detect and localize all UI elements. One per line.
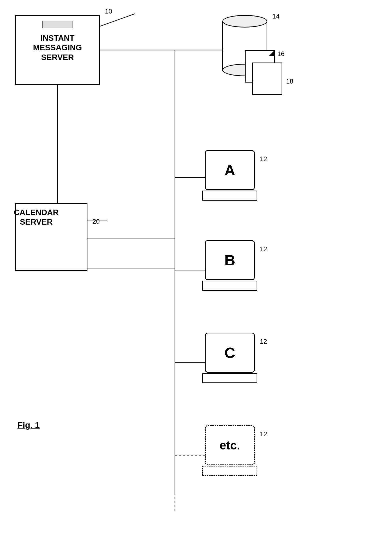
ref-b: 12 bbox=[260, 245, 267, 253]
computer-c: C bbox=[205, 333, 257, 383]
cal-label-line1: CALENDAR bbox=[14, 208, 59, 217]
ref-20: 20 bbox=[92, 218, 100, 225]
fig-label: Fig. 1 bbox=[17, 420, 40, 430]
monitor-a: A bbox=[205, 150, 255, 190]
diagram: INSTANT MESSAGING SERVER 10 bbox=[0, 0, 392, 539]
doc-16-fold bbox=[269, 51, 274, 56]
ref-14: 14 bbox=[272, 13, 280, 20]
im-server-screen bbox=[42, 21, 72, 28]
computer-etc: etc. bbox=[205, 425, 257, 476]
ref-a: 12 bbox=[260, 155, 267, 163]
monitor-c: C bbox=[205, 333, 255, 373]
computer-a: A bbox=[205, 150, 257, 201]
stand-etc bbox=[202, 466, 257, 476]
ref-18: 18 bbox=[286, 78, 293, 85]
ref-10: 10 bbox=[105, 8, 112, 15]
monitor-etc-label: etc. bbox=[220, 438, 240, 452]
cal-label-line2: SERVER bbox=[20, 217, 52, 226]
stand-b bbox=[202, 281, 257, 291]
ref-etc: 12 bbox=[260, 430, 267, 438]
im-label-line1: INSTANT bbox=[40, 34, 74, 43]
stand-c bbox=[202, 373, 257, 383]
svg-line-0 bbox=[100, 14, 135, 26]
ref-c: 12 bbox=[260, 338, 267, 345]
computer-b: B bbox=[205, 240, 257, 291]
im-label-line2: MESSAGING bbox=[33, 43, 82, 52]
stand-a bbox=[202, 191, 257, 201]
monitor-c-label: C bbox=[224, 344, 235, 361]
im-label-line3: SERVER bbox=[41, 53, 74, 62]
calendar-server-label: CALENDAR SERVER bbox=[0, 208, 72, 227]
im-server-label: INSTANT MESSAGING SERVER bbox=[16, 33, 99, 62]
monitor-etc: etc. bbox=[205, 425, 255, 465]
im-server-box: INSTANT MESSAGING SERVER bbox=[15, 15, 100, 85]
ref-16: 16 bbox=[277, 50, 285, 58]
monitor-a-label: A bbox=[224, 162, 235, 179]
monitor-b-label: B bbox=[224, 252, 235, 269]
doc-18 bbox=[252, 63, 282, 95]
monitor-b: B bbox=[205, 240, 255, 280]
